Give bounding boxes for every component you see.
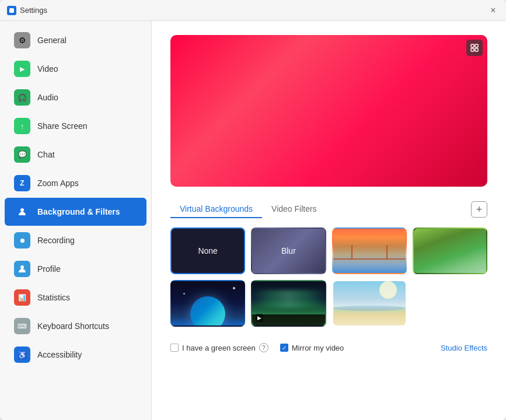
zoom-apps-icon: Z [14, 175, 30, 191]
sidebar-item-statistics[interactable]: 📊 Statistics [5, 284, 146, 312]
background-grass[interactable] [413, 228, 487, 274]
green-screen-help-icon[interactable]: ? [259, 343, 268, 352]
sidebar-label-audio: Audio [37, 93, 58, 102]
mirror-video-checkbox[interactable]: ✓ [280, 344, 288, 352]
sidebar-item-zoom-apps[interactable]: Z Zoom Apps [5, 169, 146, 197]
sidebar-item-profile[interactable]: Profile [5, 255, 146, 283]
sidebar-label-zoom-apps: Zoom Apps [37, 178, 79, 188]
svg-point-1 [20, 208, 24, 212]
content-area: ⚙ General ▶ Video 🎧 Audio ↑ Share Screen… [0, 21, 506, 420]
main-content: Virtual Backgrounds Video Filters + None… [152, 21, 506, 420]
chat-icon: 💬 [14, 146, 30, 163]
mirror-video-label: Mirror my video [292, 344, 344, 352]
tab-virtual-backgrounds[interactable]: Virtual Backgrounds [170, 201, 262, 218]
background-filters-icon [14, 204, 30, 220]
tabs-container: Virtual Backgrounds Video Filters [170, 201, 326, 218]
sidebar-label-background-filters: Background & Filters [37, 207, 120, 216]
preview-expand-button[interactable] [466, 40, 483, 56]
sidebar-label-recording: Recording [37, 236, 75, 245]
sidebar: ⚙ General ▶ Video 🎧 Audio ↑ Share Screen… [0, 21, 152, 420]
svg-rect-5 [471, 48, 474, 51]
mirror-video-group: ✓ Mirror my video [280, 344, 344, 352]
titlebar-left: Settings [7, 6, 47, 15]
background-none[interactable]: None [170, 228, 245, 274]
background-beach[interactable] [332, 280, 407, 327]
recording-icon: ⏺ [14, 232, 30, 249]
video-preview [170, 35, 487, 187]
sidebar-label-chat: Chat [37, 150, 55, 159]
background-aurora[interactable]: ▶ [251, 280, 326, 327]
close-button[interactable]: × [487, 5, 499, 16]
sidebar-item-general[interactable]: ⚙ General [5, 26, 146, 54]
studio-effects-link[interactable]: Studio Effects [441, 344, 487, 352]
sidebar-label-video: Video [37, 64, 58, 74]
window-title: Settings [20, 6, 47, 15]
profile-icon [14, 261, 30, 277]
sidebar-item-audio[interactable]: 🎧 Audio [5, 83, 146, 111]
add-background-button[interactable]: + [471, 201, 487, 218]
general-icon: ⚙ [14, 32, 30, 48]
sidebar-item-share-screen[interactable]: ↑ Share Screen [5, 112, 146, 140]
svg-rect-6 [475, 48, 478, 51]
background-earth[interactable] [170, 280, 245, 327]
keyboard-shortcuts-icon: ⌨ [14, 318, 30, 334]
svg-rect-4 [475, 44, 478, 47]
bottom-left: I have a green screen ? ✓ Mirror my vide… [170, 343, 344, 352]
titlebar: Settings × [0, 0, 506, 21]
bottom-row: I have a green screen ? ✓ Mirror my vide… [170, 338, 487, 352]
aurora-video-icon: ▶ [256, 314, 263, 322]
svg-point-2 [20, 265, 24, 269]
green-screen-label: I have a green screen [182, 344, 256, 352]
sidebar-item-keyboard-shortcuts[interactable]: ⌨ Keyboard Shortcuts [5, 312, 146, 340]
video-icon: ▶ [14, 61, 30, 77]
backgrounds-grid: None Blur [170, 228, 487, 327]
sidebar-label-share-screen: Share Screen [37, 121, 88, 131]
green-screen-group: I have a green screen ? [170, 343, 268, 352]
svg-rect-3 [471, 44, 474, 47]
background-blur[interactable]: Blur [251, 228, 326, 274]
background-blur-label: Blur [281, 246, 296, 256]
settings-window: Settings × ⚙ General ▶ Video 🎧 Audio ↑ [0, 0, 506, 420]
app-icon [7, 6, 16, 15]
green-screen-checkbox[interactable] [170, 344, 179, 352]
svg-rect-0 [9, 8, 14, 13]
audio-icon: 🎧 [14, 89, 30, 106]
accessibility-icon: ♿ [14, 346, 30, 363]
background-bridge[interactable] [332, 228, 407, 274]
sidebar-label-general: General [37, 36, 67, 45]
sidebar-label-profile: Profile [37, 264, 61, 274]
sidebar-item-recording[interactable]: ⏺ Recording [5, 226, 146, 254]
tabs-row: Virtual Backgrounds Video Filters + [170, 201, 487, 218]
statistics-icon: 📊 [14, 289, 30, 306]
sidebar-item-accessibility[interactable]: ♿ Accessibility [5, 341, 146, 369]
sidebar-item-video[interactable]: ▶ Video [5, 55, 146, 83]
sidebar-label-accessibility: Accessibility [37, 350, 82, 359]
tab-video-filters[interactable]: Video Filters [262, 201, 326, 218]
sidebar-item-background-filters[interactable]: Background & Filters [5, 198, 146, 226]
sidebar-label-keyboard-shortcuts: Keyboard Shortcuts [37, 321, 109, 331]
sidebar-item-chat[interactable]: 💬 Chat [5, 141, 146, 169]
sidebar-label-statistics: Statistics [37, 293, 70, 302]
share-screen-icon: ↑ [14, 118, 30, 134]
background-none-label: None [198, 246, 217, 256]
